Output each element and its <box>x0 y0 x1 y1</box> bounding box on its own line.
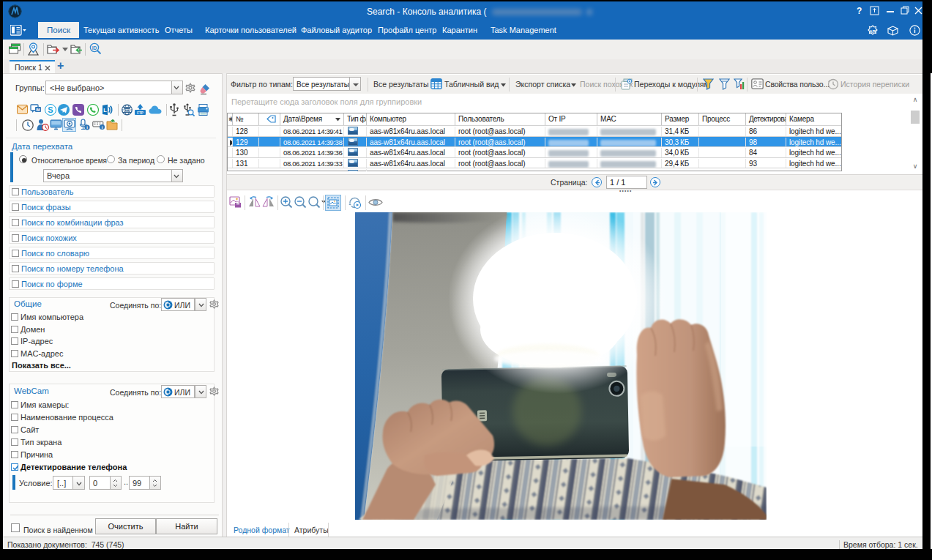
svg-text:ID: ID <box>92 45 97 51</box>
svg-text:API: API <box>869 29 876 34</box>
svg-text:IM: IM <box>36 108 40 112</box>
svg-text:HTTP: HTTP <box>123 108 131 112</box>
svg-text:L: L <box>103 107 107 113</box>
svg-text:S: S <box>48 105 53 114</box>
svg-text:FTP: FTP <box>137 111 143 115</box>
